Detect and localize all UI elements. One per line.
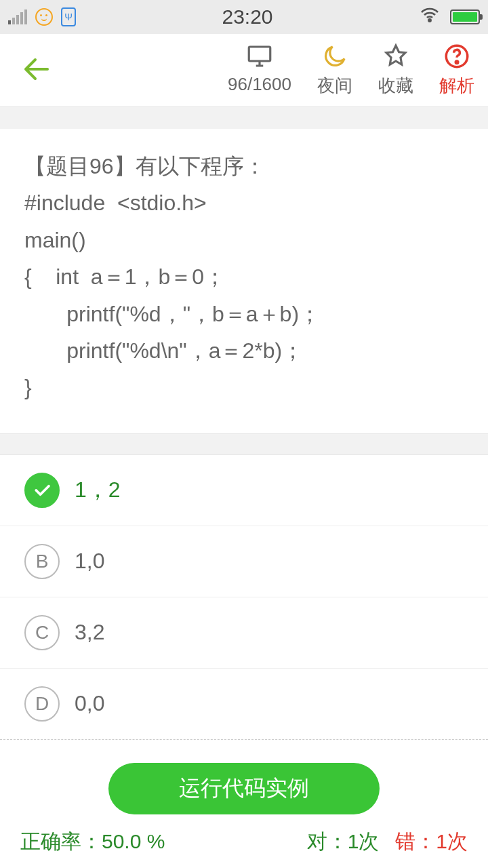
option-letter: D: [24, 686, 60, 722]
option-text: 1,0: [75, 549, 104, 574]
usb-icon: Ψ: [61, 7, 76, 26]
favorite-label: 收藏: [378, 74, 413, 98]
check-icon: [24, 473, 60, 508]
option-text: 3,2: [75, 620, 104, 645]
option-c[interactable]: C 3,2: [0, 597, 488, 669]
app-toolbar: 96/1600 夜间 收藏 解析: [0, 34, 488, 107]
option-text: 0,0: [75, 691, 104, 716]
signal-icon: [8, 9, 27, 24]
status-time: 23:20: [222, 5, 272, 28]
correct-count: 对：1次: [307, 828, 380, 856]
nav-analysis[interactable]: 解析: [439, 43, 474, 98]
wrong-count: 错：1次: [395, 828, 468, 856]
progress-label: 96/1600: [228, 74, 291, 95]
analysis-label: 解析: [439, 74, 474, 98]
wifi-icon: [419, 4, 441, 31]
help-icon: [443, 43, 471, 70]
nav-favorite[interactable]: 收藏: [378, 43, 413, 98]
moon-icon: [321, 43, 349, 70]
run-code-button[interactable]: 运行代码实例: [108, 763, 380, 814]
option-letter: C: [24, 615, 60, 650]
option-a[interactable]: 1，2: [0, 455, 488, 526]
nav-night[interactable]: 夜间: [317, 43, 352, 98]
nav-progress[interactable]: 96/1600: [228, 43, 291, 98]
answer-options: 1，2 B 1,0 C 3,2 D 0,0: [0, 455, 488, 740]
svg-point-0: [428, 19, 430, 21]
svg-point-3: [455, 61, 458, 64]
divider: [0, 433, 488, 455]
divider: [0, 107, 488, 129]
question-text: 【题目96】有以下程序： #include <stdio.h> main() {…: [0, 129, 488, 433]
stats-bar: 正确率：50.0 % 对：1次 错：1次: [0, 815, 488, 868]
back-button[interactable]: [20, 53, 53, 88]
star-icon: [382, 43, 410, 70]
option-letter: B: [24, 544, 60, 579]
monitor-icon: [245, 43, 274, 70]
status-bar: Ψ 23:20: [0, 0, 488, 34]
face-icon: [35, 8, 53, 26]
accuracy-label: 正确率：50.0 %: [20, 828, 165, 856]
night-label: 夜间: [317, 74, 352, 98]
option-d[interactable]: D 0,0: [0, 669, 488, 740]
option-text: 1，2: [75, 475, 121, 505]
svg-rect-1: [249, 47, 270, 61]
battery-icon: [450, 9, 480, 24]
option-b[interactable]: B 1,0: [0, 526, 488, 597]
